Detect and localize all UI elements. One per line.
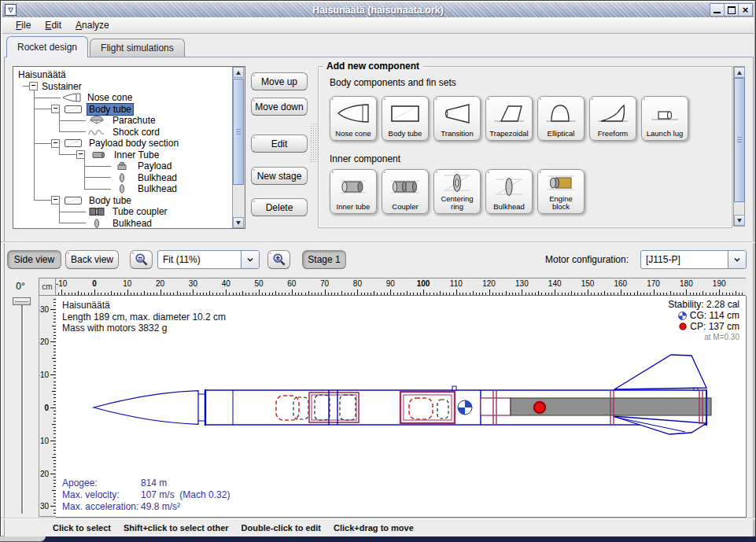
tree-label[interactable]: Body tube [87, 195, 133, 206]
tree-label[interactable]: Sustainer [40, 81, 83, 92]
delete-button[interactable]: Delete [251, 198, 308, 216]
launch-lug-shape[interactable] [452, 386, 456, 390]
add-nose-cone-button[interactable]: Nose cone [330, 96, 377, 141]
tree-row-body-tube[interactable]: Body tube [13, 104, 233, 116]
tree-row-parachute[interactable]: Parachute [13, 115, 233, 127]
side-view-button[interactable]: Side view [7, 250, 61, 269]
scroll-down-arrow[interactable] [734, 215, 745, 226]
component-tree[interactable]: HaisunäätäSustainerNose coneBody tubePar… [13, 67, 233, 228]
add-body-tube-button[interactable]: Body tube [382, 96, 429, 141]
tree-label[interactable]: Parachute [111, 115, 157, 126]
menu-edit[interactable]: Edit [38, 18, 68, 32]
ruler-tick [236, 293, 237, 295]
rotation-slider-track[interactable] [21, 300, 24, 514]
tree-row-shock-cord[interactable]: Shock cord [13, 127, 233, 138]
add-coupler-button[interactable]: Coupler [382, 169, 429, 214]
add-freeform-button[interactable]: Freeform [589, 96, 636, 141]
ruler-tick [144, 291, 145, 295]
zoom-in-button[interactable] [267, 250, 290, 269]
tree-row-body-tube[interactable]: Body tube [13, 195, 233, 207]
add-trapezoidal-button[interactable]: Trapezoidal [485, 96, 533, 141]
tree-label[interactable]: Bulkhead [136, 172, 179, 183]
back-view-button[interactable]: Back view [65, 250, 119, 269]
tree-collapse-toggle[interactable] [29, 82, 38, 90]
tree-collapse-toggle[interactable] [76, 150, 85, 159]
scroll-down-arrow[interactable] [233, 217, 244, 228]
tab-flight-simulations[interactable]: Flight simulations [90, 39, 185, 57]
cp-marker[interactable] [534, 402, 545, 413]
add-inner-tube-button[interactable]: Inner tube [330, 169, 377, 214]
scrollbar-thumb[interactable] [734, 78, 745, 202]
split-pane-divider[interactable] [310, 123, 316, 164]
tree-scrollbar[interactable] [232, 67, 245, 228]
ruler-tick [512, 293, 513, 295]
motor-mount-tube-shape[interactable] [481, 398, 511, 415]
scroll-up-arrow[interactable] [734, 67, 745, 78]
tree-row-haisunäätä[interactable]: Haisunäätä [13, 69, 233, 81]
scrollbar-thumb[interactable] [233, 79, 244, 185]
motor-configuration-select[interactable]: [J115-P] [640, 250, 747, 269]
add-panel-scrollbar[interactable] [733, 66, 745, 227]
tree-row-inner-tube[interactable]: Inner Tube [13, 149, 233, 161]
rotation-slider-handle[interactable] [13, 297, 31, 305]
freeform-icon [596, 97, 630, 130]
flight-info-value: 107 m/s (Mach 0.32) [141, 489, 230, 500]
combo-arrow-button[interactable] [241, 251, 259, 268]
ruler-tick [249, 293, 249, 295]
tree-row-tube-coupler[interactable]: Tube coupler [13, 206, 233, 218]
tree-label[interactable]: Haisunäätä [17, 69, 68, 80]
add-launch-lug-button[interactable]: Launch lug [641, 96, 688, 141]
tree-row-payload[interactable]: Payload [13, 160, 233, 172]
tree-row-bulkhead[interactable]: Bulkhead [13, 218, 233, 229]
add-transition-button[interactable]: Transition [433, 96, 481, 141]
rocket-view-canvas[interactable]: HaisunäätäLength 189 cm, max. diameter 1… [56, 296, 747, 518]
ruler-tick [206, 293, 207, 295]
fin-upper-shape[interactable] [614, 355, 706, 389]
close-button[interactable]: × [738, 4, 752, 16]
move-down-button[interactable]: Move down [251, 98, 308, 116]
tree-row-bulkhead[interactable]: Bulkhead [13, 183, 233, 195]
add-centering-ring-button[interactable]: Centering ring [433, 169, 481, 214]
edit-button[interactable]: Edit [251, 135, 308, 153]
tree-label[interactable]: Bulkhead [136, 183, 179, 194]
tree-label[interactable]: Bulkhead [111, 218, 153, 228]
tree-collapse-toggle[interactable] [51, 196, 60, 205]
stage-1-toggle[interactable]: Stage 1 [302, 250, 346, 269]
nose-cone-shape[interactable] [94, 391, 198, 425]
add-engine-block-button[interactable]: Engine block [537, 169, 585, 214]
zoom-out-button[interactable] [130, 250, 153, 269]
move-up-button[interactable]: Move up [251, 72, 308, 90]
tree-label[interactable]: Tube coupler [111, 206, 169, 217]
cg-marker[interactable] [458, 400, 472, 415]
vertical-ruler: -30-20-100102030 [39, 296, 56, 517]
tree-row-nose-cone[interactable]: Nose cone [13, 92, 233, 104]
menu-analyze[interactable]: Analyze [68, 18, 116, 32]
tree-label[interactable]: Shock cord [111, 127, 161, 138]
tree-collapse-toggle[interactable] [51, 139, 60, 148]
tree-label[interactable]: Nose cone [86, 92, 134, 103]
tree-label[interactable]: Payload [136, 160, 173, 171]
ruler-tick [657, 293, 658, 295]
tree-label[interactable]: Inner Tube [112, 149, 160, 160]
menu-file[interactable]: File [9, 18, 38, 32]
tree-collapse-toggle[interactable] [51, 105, 60, 113]
title-bar[interactable]: ▽ Haisunäätä (haisunaata.ork) × [2, 2, 754, 17]
tree-row-payload-body-section[interactable]: Payload body section [13, 138, 233, 149]
maximize-button[interactable] [724, 4, 738, 16]
minimize-button[interactable] [710, 4, 724, 16]
zoom-fit-select[interactable]: Fit (11%) [157, 250, 260, 269]
tree-label[interactable]: Payload body section [87, 138, 180, 149]
ruler-tick [200, 293, 201, 295]
add-elliptical-button[interactable]: Elliptical [537, 96, 585, 141]
scroll-up-arrow[interactable] [233, 67, 244, 78]
add-bulkhead-button[interactable]: Bulkhead [485, 169, 533, 214]
new-stage-button[interactable]: New stage [251, 167, 308, 185]
component-button-label: Coupler [392, 203, 418, 214]
tree-row-bulkhead[interactable]: Bulkhead [13, 172, 233, 184]
tree-row-sustainer[interactable]: Sustainer [13, 81, 233, 93]
app-icon[interactable]: ▽ [5, 4, 17, 16]
tab-rocket-design[interactable]: Rocket design [6, 36, 88, 57]
ruler-tick [459, 293, 460, 295]
tree-label[interactable]: Body tube [87, 104, 133, 115]
combo-arrow-button[interactable] [728, 251, 746, 268]
